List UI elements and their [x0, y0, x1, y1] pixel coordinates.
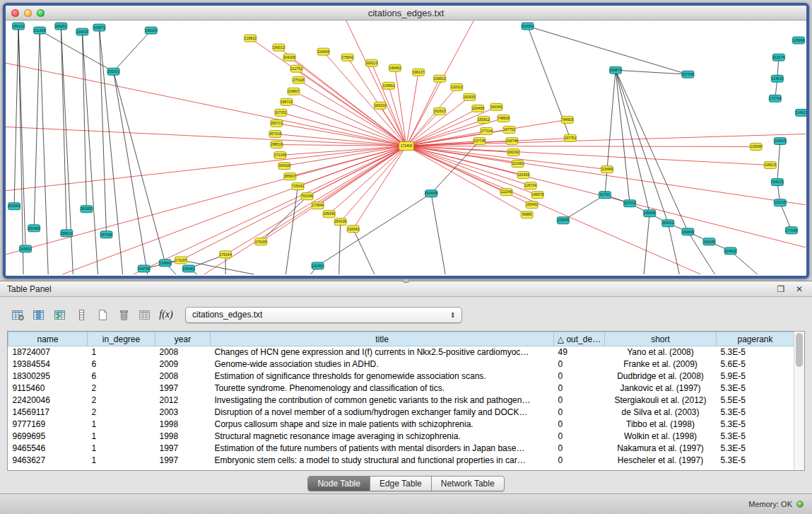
graph-node[interactable]: 123815: [771, 75, 783, 82]
graph-node[interactable]: 165492: [526, 201, 538, 209]
graph-node[interactable]: 106748: [506, 137, 518, 144]
graph-node[interactable]: 205871: [93, 24, 105, 31]
graph-node[interactable]: 221060: [512, 160, 524, 168]
edit-table-icon[interactable]: [49, 305, 71, 325]
column-header-3[interactable]: title: [211, 332, 554, 346]
tab-edge-table[interactable]: Edge Table: [370, 477, 431, 491]
graph-node[interactable]: 104215: [771, 179, 783, 186]
graph-node[interactable]: 237745: [473, 137, 486, 144]
scrollbar-thumb[interactable]: [796, 333, 803, 367]
column-chooser-icon[interactable]: [28, 305, 49, 325]
tab-node-table[interactable]: Node Table: [308, 477, 370, 491]
graph-node[interactable]: 149578: [531, 192, 543, 199]
graph-node[interactable]: 172409: [399, 141, 413, 150]
graph-node[interactable]: 285637: [284, 173, 296, 180]
graph-node[interactable]: 275641: [341, 54, 353, 61]
graph-node[interactable]: 271365: [274, 152, 286, 159]
close-window-button[interactable]: [11, 9, 19, 17]
graph-node[interactable]: 155812: [478, 116, 490, 123]
graph-node[interactable]: 105896: [792, 37, 804, 44]
network-graph-canvas[interactable]: 1724092188121900122042092127512751182388…: [6, 21, 806, 276]
graph-node[interactable]: 189133: [13, 23, 25, 30]
column-header-5[interactable]: short: [605, 332, 717, 346]
graph-node[interactable]: 190224: [145, 27, 157, 34]
graph-node[interactable]: 326213: [365, 59, 377, 66]
column-header-4[interactable]: △ out_de…: [554, 332, 605, 346]
graph-node[interactable]: 162615: [464, 93, 476, 100]
graph-node[interactable]: 186251: [55, 23, 67, 30]
graph-node[interactable]: 173187: [175, 257, 187, 264]
graph-node[interactable]: 109945: [557, 217, 569, 224]
graph-node[interactable]: 725342: [292, 183, 304, 190]
graph-node[interactable]: 199340: [323, 211, 335, 218]
graph-node[interactable]: 254136: [334, 218, 346, 226]
graph-node[interactable]: 218812: [245, 35, 257, 42]
function-builder-button[interactable]: f(x): [155, 305, 177, 325]
graph-node[interactable]: 61791: [599, 192, 611, 199]
graph-node[interactable]: 761046: [301, 193, 313, 200]
graph-node[interactable]: 196137: [413, 69, 425, 76]
graph-node[interactable]: 228343: [347, 226, 359, 233]
graph-node[interactable]: 236460: [182, 265, 194, 272]
graph-node[interactable]: 260713: [271, 119, 283, 127]
graph-node[interactable]: 183202: [374, 102, 386, 109]
graph-node[interactable]: 250465: [28, 225, 40, 232]
graph-node[interactable]: 157751: [564, 134, 576, 141]
graph-node[interactable]: 187751: [503, 126, 515, 133]
import-table-icon[interactable]: [134, 305, 155, 325]
graph-node[interactable]: 204209: [283, 54, 295, 61]
close-panel-icon[interactable]: ✕: [794, 284, 805, 295]
graph-node[interactable]: 141815: [774, 137, 786, 144]
graph-node[interactable]: 190012: [273, 44, 285, 51]
graph-node[interactable]: 120105: [774, 199, 786, 206]
minimize-window-button[interactable]: [24, 9, 32, 17]
float-panel-icon[interactable]: ❐: [775, 284, 787, 295]
column-header-6[interactable]: pagerank: [717, 332, 794, 346]
graph-node[interactable]: 1914545: [424, 190, 438, 197]
table-selector-dropdown[interactable]: citations_edges.txt ▲▼: [185, 307, 462, 323]
graph-node[interactable]: 748508: [498, 115, 510, 122]
graph-node[interactable]: 173544: [312, 202, 324, 209]
table-row[interactable]: 1938455462009Genome-wide association stu…: [8, 358, 794, 370]
graph-node[interactable]: 177046: [785, 227, 797, 234]
graph-node[interactable]: 108215: [764, 162, 776, 169]
graph-node[interactable]: 167919: [624, 200, 636, 207]
graph-node[interactable]: 115938: [750, 143, 762, 150]
table-settings-icon[interactable]: [7, 305, 28, 325]
column-header-0[interactable]: name: [8, 332, 88, 346]
graph-node[interactable]: 211309: [34, 27, 46, 34]
new-column-icon[interactable]: [92, 305, 113, 325]
graph-node[interactable]: 309928: [278, 163, 290, 170]
graph-node[interactable]: 913274: [772, 54, 784, 61]
graph-node[interactable]: 122049: [500, 189, 512, 196]
graph-node[interactable]: 784503: [561, 116, 573, 123]
graph-node[interactable]: 327351: [275, 109, 287, 116]
graph-node[interactable]: 244785: [138, 265, 150, 272]
graph-node[interactable]: 232450: [312, 262, 324, 269]
graph-node[interactable]: 109245: [703, 238, 715, 245]
graph-node[interactable]: 275118: [293, 76, 305, 83]
graph-node[interactable]: 176165: [255, 238, 267, 245]
graph-node[interactable]: 182162: [507, 149, 519, 156]
graph-node[interactable]: 162623: [434, 107, 446, 115]
table-row[interactable]: 2242004622012Investigating the contribut…: [8, 395, 794, 407]
column-header-1[interactable]: in_degree: [88, 332, 155, 346]
table-vertical-scrollbar[interactable]: [794, 332, 804, 470]
graph-node[interactable]: 139813: [434, 75, 446, 82]
column-header-2[interactable]: year: [155, 332, 211, 346]
graph-node[interactable]: 166874: [610, 66, 622, 74]
graph-node[interactable]: 367318: [269, 130, 281, 137]
tab-network-table[interactable]: Network Table: [431, 477, 504, 491]
table-row[interactable]: 1872400712008Changes of HCN gene express…: [8, 346, 794, 358]
delete-column-icon[interactable]: [113, 305, 134, 325]
table-row[interactable]: 969969511998Structural magnetic resonanc…: [8, 431, 794, 443]
graph-node[interactable]: 224058: [317, 48, 329, 55]
graph-node[interactable]: 198715: [281, 98, 293, 105]
row-list-icon[interactable]: [71, 305, 92, 325]
table-row[interactable]: 946554611997Estimation of the future num…: [8, 443, 794, 455]
graph-node[interactable]: 818304: [522, 23, 534, 30]
graph-node[interactable]: 115469: [601, 166, 613, 173]
graph-node[interactable]: 172734: [769, 95, 781, 102]
table-row[interactable]: 946362711997Embryonic stem cells: a mode…: [8, 455, 794, 467]
graph-node[interactable]: 205310: [107, 68, 119, 75]
